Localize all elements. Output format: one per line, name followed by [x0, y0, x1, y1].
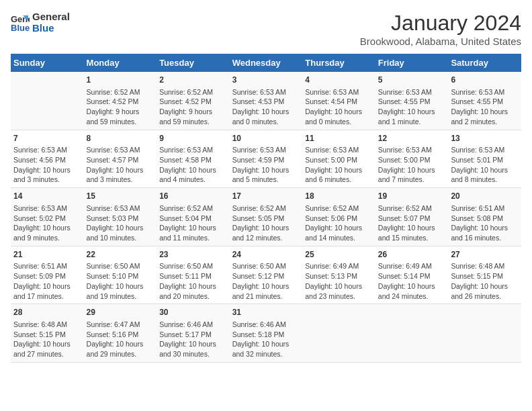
day-number: 11 — [305, 133, 373, 144]
day-info: Sunrise: 6:53 AMSunset: 4:55 PMDaylight:… — [378, 87, 446, 127]
day-number: 31 — [232, 307, 300, 318]
calendar-cell: 26Sunrise: 6:49 AMSunset: 5:14 PMDayligh… — [375, 246, 449, 304]
week-row-3: 14Sunrise: 6:53 AMSunset: 5:02 PMDayligh… — [11, 188, 521, 246]
day-info: Sunrise: 6:51 AMSunset: 5:08 PMDaylight:… — [451, 203, 519, 243]
day-info: Sunrise: 6:53 AMSunset: 5:00 PMDaylight:… — [378, 145, 446, 185]
day-info: Sunrise: 6:53 AMSunset: 4:53 PMDaylight:… — [232, 87, 300, 127]
page-header: General Blue General Blue January 2024 B… — [11, 11, 521, 47]
day-number: 8 — [87, 133, 154, 144]
calendar-cell: 13Sunrise: 6:53 AMSunset: 5:01 PMDayligh… — [448, 130, 521, 188]
header-thursday: Thursday — [302, 54, 375, 72]
day-info: Sunrise: 6:50 AMSunset: 5:10 PMDaylight:… — [87, 261, 154, 301]
calendar-cell: 29Sunrise: 6:47 AMSunset: 5:16 PMDayligh… — [84, 304, 157, 363]
day-number: 24 — [232, 249, 300, 261]
day-number: 13 — [451, 133, 519, 144]
calendar-cell: 8Sunrise: 6:53 AMSunset: 4:57 PMDaylight… — [84, 130, 157, 188]
header-friday: Friday — [375, 54, 449, 72]
calendar-cell: 31Sunrise: 6:46 AMSunset: 5:18 PMDayligh… — [230, 304, 303, 363]
calendar-cell — [11, 72, 84, 130]
calendar-table: SundayMondayTuesdayWednesdayThursdayFrid… — [11, 54, 521, 363]
calendar-cell: 22Sunrise: 6:50 AMSunset: 5:10 PMDayligh… — [84, 246, 157, 304]
day-info: Sunrise: 6:53 AMSunset: 4:58 PMDaylight:… — [159, 145, 227, 185]
day-number: 26 — [378, 249, 446, 261]
day-number: 6 — [451, 75, 519, 86]
calendar-cell: 3Sunrise: 6:53 AMSunset: 4:53 PMDaylight… — [230, 72, 303, 130]
logo-icon: General Blue — [11, 13, 30, 32]
calendar-cell: 19Sunrise: 6:52 AMSunset: 5:07 PMDayligh… — [375, 188, 449, 246]
day-number: 18 — [305, 191, 373, 202]
calendar-cell: 24Sunrise: 6:50 AMSunset: 5:12 PMDayligh… — [230, 246, 303, 304]
day-number: 15 — [87, 191, 154, 202]
calendar-cell: 16Sunrise: 6:52 AMSunset: 5:04 PMDayligh… — [157, 188, 230, 246]
day-info: Sunrise: 6:53 AMSunset: 4:55 PMDaylight:… — [451, 87, 519, 127]
page-subtitle: Brookwood, Alabama, United States — [360, 36, 521, 47]
day-info: Sunrise: 6:47 AMSunset: 5:16 PMDaylight:… — [87, 320, 154, 359]
day-number: 2 — [159, 75, 227, 86]
calendar-cell — [302, 304, 375, 363]
day-info: Sunrise: 6:53 AMSunset: 4:56 PMDaylight:… — [13, 145, 81, 185]
calendar-cell: 2Sunrise: 6:52 AMSunset: 4:52 PMDaylight… — [157, 72, 230, 130]
calendar-cell: 17Sunrise: 6:52 AMSunset: 5:05 PMDayligh… — [230, 188, 303, 246]
svg-text:Blue: Blue — [11, 23, 30, 32]
day-info: Sunrise: 6:52 AMSunset: 5:07 PMDaylight:… — [378, 203, 446, 243]
calendar-cell: 6Sunrise: 6:53 AMSunset: 4:55 PMDaylight… — [448, 72, 521, 130]
calendar-cell: 5Sunrise: 6:53 AMSunset: 4:55 PMDaylight… — [375, 72, 449, 130]
day-info: Sunrise: 6:53 AMSunset: 5:02 PMDaylight:… — [13, 203, 81, 243]
week-row-1: 1Sunrise: 6:52 AMSunset: 4:52 PMDaylight… — [11, 72, 521, 130]
header-saturday: Saturday — [448, 54, 521, 72]
calendar-header-row: SundayMondayTuesdayWednesdayThursdayFrid… — [11, 54, 521, 72]
day-info: Sunrise: 6:52 AMSunset: 5:04 PMDaylight:… — [159, 203, 227, 243]
day-info: Sunrise: 6:52 AMSunset: 5:05 PMDaylight:… — [232, 203, 300, 243]
day-number: 3 — [232, 75, 300, 86]
logo-blue: Blue — [32, 22, 70, 34]
day-number: 25 — [305, 249, 373, 261]
day-info: Sunrise: 6:50 AMSunset: 5:11 PMDaylight:… — [159, 261, 227, 301]
header-sunday: Sunday — [11, 54, 84, 72]
day-number: 10 — [232, 133, 300, 144]
day-number: 17 — [232, 191, 300, 202]
day-number: 19 — [378, 191, 446, 202]
day-info: Sunrise: 6:52 AMSunset: 4:52 PMDaylight:… — [159, 87, 227, 127]
day-number: 12 — [378, 133, 446, 144]
calendar-cell: 7Sunrise: 6:53 AMSunset: 4:56 PMDaylight… — [11, 130, 84, 188]
day-number: 16 — [159, 191, 227, 202]
day-number: 22 — [87, 249, 154, 261]
week-row-2: 7Sunrise: 6:53 AMSunset: 4:56 PMDaylight… — [11, 130, 521, 188]
day-info: Sunrise: 6:53 AMSunset: 5:00 PMDaylight:… — [305, 145, 373, 185]
calendar-cell: 20Sunrise: 6:51 AMSunset: 5:08 PMDayligh… — [448, 188, 521, 246]
calendar-cell: 21Sunrise: 6:51 AMSunset: 5:09 PMDayligh… — [11, 246, 84, 304]
day-info: Sunrise: 6:49 AMSunset: 5:14 PMDaylight:… — [378, 261, 446, 301]
day-number: 23 — [159, 249, 227, 261]
day-number: 7 — [13, 133, 81, 144]
calendar-cell: 23Sunrise: 6:50 AMSunset: 5:11 PMDayligh… — [157, 246, 230, 304]
day-info: Sunrise: 6:52 AMSunset: 4:52 PMDaylight:… — [87, 87, 154, 127]
day-number: 21 — [13, 249, 81, 261]
header-monday: Monday — [84, 54, 157, 72]
header-wednesday: Wednesday — [230, 54, 303, 72]
title-block: January 2024 Brookwood, Alabama, United … — [360, 11, 521, 47]
calendar-cell — [375, 304, 449, 363]
calendar-cell: 15Sunrise: 6:53 AMSunset: 5:03 PMDayligh… — [84, 188, 157, 246]
day-info: Sunrise: 6:53 AMSunset: 5:03 PMDaylight:… — [87, 203, 154, 243]
page-title: January 2024 — [360, 11, 521, 36]
calendar-cell: 12Sunrise: 6:53 AMSunset: 5:00 PMDayligh… — [375, 130, 449, 188]
logo-general: General — [32, 11, 70, 22]
day-number: 1 — [87, 75, 154, 86]
day-number: 4 — [305, 75, 373, 86]
calendar-cell: 28Sunrise: 6:48 AMSunset: 5:15 PMDayligh… — [11, 304, 84, 363]
day-info: Sunrise: 6:53 AMSunset: 4:57 PMDaylight:… — [87, 145, 154, 185]
day-number: 29 — [87, 307, 154, 318]
day-info: Sunrise: 6:48 AMSunset: 5:15 PMDaylight:… — [451, 261, 519, 301]
day-info: Sunrise: 6:52 AMSunset: 5:06 PMDaylight:… — [305, 203, 373, 243]
calendar-cell: 18Sunrise: 6:52 AMSunset: 5:06 PMDayligh… — [302, 188, 375, 246]
day-info: Sunrise: 6:46 AMSunset: 5:17 PMDaylight:… — [159, 320, 227, 359]
calendar-cell — [448, 304, 521, 363]
day-info: Sunrise: 6:49 AMSunset: 5:13 PMDaylight:… — [305, 261, 373, 301]
calendar-cell: 25Sunrise: 6:49 AMSunset: 5:13 PMDayligh… — [302, 246, 375, 304]
day-number: 9 — [159, 133, 227, 144]
day-number: 5 — [378, 75, 446, 86]
day-info: Sunrise: 6:51 AMSunset: 5:09 PMDaylight:… — [13, 261, 81, 301]
calendar-cell: 11Sunrise: 6:53 AMSunset: 5:00 PMDayligh… — [302, 130, 375, 188]
day-info: Sunrise: 6:53 AMSunset: 4:54 PMDaylight:… — [305, 87, 373, 127]
calendar-cell: 10Sunrise: 6:53 AMSunset: 4:59 PMDayligh… — [230, 130, 303, 188]
